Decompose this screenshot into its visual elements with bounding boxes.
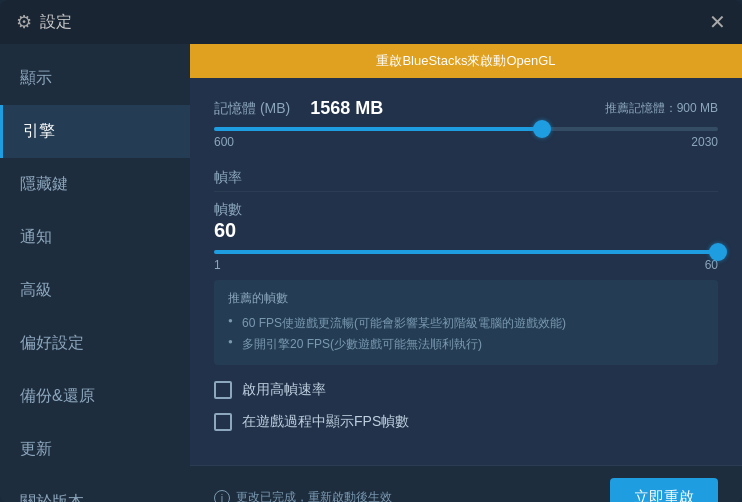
notice-bar: 重啟BlueStacks來啟動OpenGL <box>190 44 742 78</box>
memory-value: 1568 MB <box>310 98 383 119</box>
memory-slider-fill <box>214 127 542 131</box>
fps-note-list: 60 FPS使遊戲更流暢(可能會影響某些初階級電腦的遊戲效能) 多開引擎20 F… <box>228 313 704 355</box>
fps-note-item-0: 60 FPS使遊戲更流暢(可能會影響某些初階級電腦的遊戲效能) <box>228 313 704 334</box>
memory-label: 記憶體 (MB) <box>214 100 290 118</box>
sidebar-item-preferences[interactable]: 偏好設定 <box>0 317 190 370</box>
gear-icon: ⚙ <box>16 11 32 33</box>
settings-content: 記憶體 (MB) 1568 MB 推薦記憶體：900 MB 600 2030 <box>190 78 742 465</box>
memory-header: 記憶體 (MB) 1568 MB 推薦記憶體：900 MB <box>214 98 718 119</box>
restart-button[interactable]: 立即重啟 <box>610 478 718 502</box>
fps-note: 推薦的幀數 60 FPS使遊戲更流暢(可能會影響某些初階級電腦的遊戲效能) 多開… <box>214 280 718 365</box>
sidebar: 顯示 引擎 隱藏鍵 通知 高級 偏好設定 備份&還原 更新 <box>0 44 190 502</box>
memory-slider-thumb[interactable] <box>533 120 551 138</box>
memory-recommended: 推薦記憶體：900 MB <box>605 100 718 117</box>
window-title: 設定 <box>40 12 72 33</box>
highfps-checkbox-row[interactable]: 啟用高幀速率 <box>214 381 718 399</box>
fps-slider-thumb[interactable] <box>709 243 727 261</box>
showfps-checkbox[interactable] <box>214 413 232 431</box>
sidebar-item-hotkeys[interactable]: 隱藏鍵 <box>0 158 190 211</box>
highfps-label: 啟用高幀速率 <box>242 381 326 399</box>
memory-max: 2030 <box>691 135 718 149</box>
memory-slider-container[interactable] <box>214 127 718 131</box>
settings-window: ⚙ 設定 ✕ 顯示 引擎 隱藏鍵 通知 高級 偏好設定 <box>0 0 742 502</box>
info-icon: i <box>214 490 230 503</box>
sidebar-item-engine[interactable]: 引擎 <box>0 105 190 158</box>
highfps-checkbox[interactable] <box>214 381 232 399</box>
sidebar-item-backup[interactable]: 備份&還原 <box>0 370 190 423</box>
showfps-checkbox-row[interactable]: 在遊戲過程中顯示FPS幀數 <box>214 413 718 431</box>
content-area: 顯示 引擎 隱藏鍵 通知 高級 偏好設定 備份&還原 更新 <box>0 44 742 502</box>
sidebar-item-notification[interactable]: 通知 <box>0 211 190 264</box>
memory-slider-track <box>214 127 718 131</box>
fps-section-header: 幀率 <box>214 169 718 192</box>
fps-value: 60 <box>214 219 718 242</box>
close-button[interactable]: ✕ <box>709 12 726 32</box>
bottom-bar: i 更改已完成，重新啟動後生效 立即重啟 <box>190 465 742 502</box>
memory-min: 600 <box>214 135 234 149</box>
fps-setting: 幀數 60 1 60 推薦的幀數 <box>214 200 718 365</box>
memory-slider-range: 600 2030 <box>214 135 718 149</box>
fps-note-title: 推薦的幀數 <box>228 290 704 307</box>
fps-note-item-1: 多開引擎20 FPS(少數遊戲可能無法順利執行) <box>228 334 704 355</box>
sidebar-item-display[interactable]: 顯示 <box>0 52 190 105</box>
sidebar-item-advanced[interactable]: 高級 <box>0 264 190 317</box>
bottom-info-text: 更改已完成，重新啟動後生效 <box>236 489 392 502</box>
fps-min: 1 <box>214 258 221 272</box>
sidebar-item-update[interactable]: 更新 <box>0 423 190 476</box>
showfps-label: 在遊戲過程中顯示FPS幀數 <box>242 413 409 431</box>
bottom-info: i 更改已完成，重新啟動後生效 <box>214 489 392 502</box>
title-bar: ⚙ 設定 ✕ <box>0 0 742 44</box>
sidebar-item-about[interactable]: 關於版本 <box>0 476 190 502</box>
memory-setting: 記憶體 (MB) 1568 MB 推薦記憶體：900 MB 600 2030 <box>214 98 718 149</box>
fps-slider-track <box>214 250 718 254</box>
fps-slider-fill <box>214 250 718 254</box>
fps-slider-range: 1 60 <box>214 258 718 272</box>
fps-label: 幀數 <box>214 200 718 219</box>
fps-slider-container[interactable] <box>214 250 718 254</box>
main-panel: 重啟BlueStacks來啟動OpenGL 記憶體 (MB) 1568 MB 推… <box>190 44 742 502</box>
